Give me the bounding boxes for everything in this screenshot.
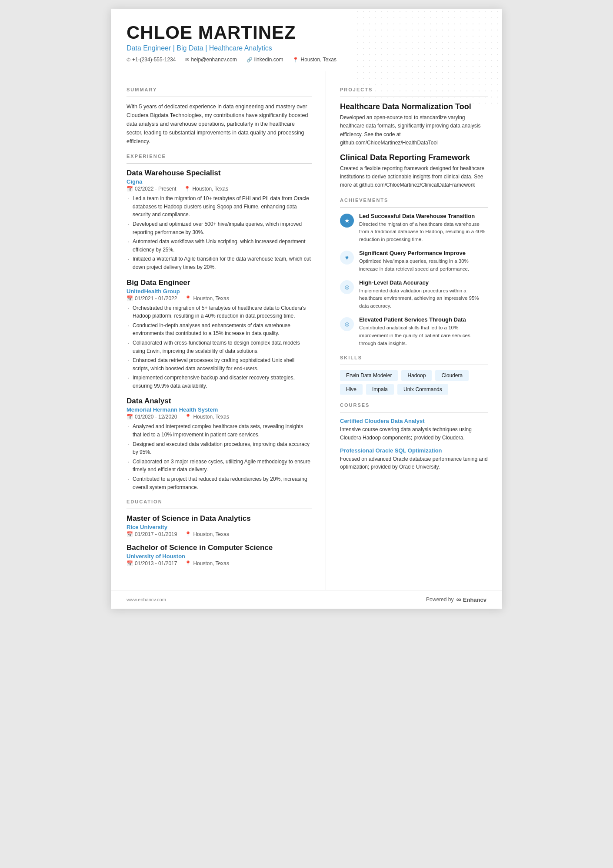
bullet-2-3: Contributed to a project that reduced da… — [127, 475, 312, 491]
bullet-1-0: Orchestrated the migration of 5+ terabyt… — [127, 304, 312, 320]
bullet-0-3: Initiated a Waterfall to Agile transitio… — [127, 255, 312, 271]
skill-3: Hive — [340, 384, 363, 395]
candidate-title: Data Engineer | Big Data | Healthcare An… — [127, 44, 486, 52]
email-icon: ✉ — [185, 57, 189, 63]
cal-icon-edu-0: 📅 — [127, 531, 133, 537]
left-column: SUMMARY With 5 years of dedicated experi… — [111, 71, 326, 590]
bullet-0-0: Led a team in the migration of 10+ terab… — [127, 194, 312, 219]
summary-section: SUMMARY With 5 years of dedicated experi… — [127, 87, 312, 146]
job-block-0: Data Warehouse Specialist Cigna 📅 02/202… — [127, 169, 312, 271]
skill-0: Erwin Data Modeler — [340, 370, 398, 381]
calendar-icon-1: 📅 — [127, 295, 133, 302]
achievement-icon-0: ★ — [340, 214, 354, 228]
location-icon-2: 📍 — [185, 414, 191, 420]
bullet-1-1: Conducted in-depth analyses and enhancem… — [127, 322, 312, 338]
footer: www.enhancv.com Powered by ∞ Enhancv — [111, 590, 502, 609]
job-bullets-2: Analyzed and interpreted complex healthc… — [127, 422, 312, 491]
courses-section: COURSES Certified Cloudera Data Analyst … — [340, 402, 488, 471]
skill-4: Impala — [366, 384, 394, 395]
company-name-2: Memorial Hermann Health System — [127, 406, 312, 413]
job-meta-1: 📅 01/2021 - 01/2022 📍 Houston, Texas — [127, 295, 312, 302]
cal-icon-edu-1: 📅 — [127, 560, 133, 566]
job-location-1: 📍 Houston, Texas — [185, 295, 229, 302]
achievement-desc-2: Implemented data validation procedures w… — [359, 287, 488, 310]
achievement-item-1: ♥ Significant Query Performance Improve … — [340, 250, 488, 273]
course-title-0: Certified Cloudera Data Analyst — [340, 418, 488, 424]
skills-label: SKILLS — [340, 355, 488, 360]
school-1: University of Houston — [127, 553, 312, 560]
calendar-icon-0: 📅 — [127, 186, 133, 192]
achievement-title-0: Led Successful Data Warehouse Transition — [359, 213, 488, 219]
experience-label: EXPERIENCE — [127, 154, 312, 159]
summary-label: SUMMARY — [127, 87, 312, 92]
location-icon: 📍 — [293, 57, 299, 63]
job-location-2: 📍 Houston, Texas — [185, 414, 229, 420]
experience-divider — [127, 163, 312, 164]
courses-label: COURSES — [340, 402, 488, 408]
project-title-0: Healthcare Data Normalization Tool — [340, 102, 488, 111]
bullet-1-4: Implemented comprehensive backup and dis… — [127, 374, 312, 390]
summary-text: With 5 years of dedicated experience in … — [127, 102, 312, 146]
experience-section: EXPERIENCE Data Warehouse Specialist Cig… — [127, 154, 312, 491]
achievement-icon-2: ◎ — [340, 280, 354, 294]
job-bullets-1: Orchestrated the migration of 5+ terabyt… — [127, 304, 312, 390]
phone-value: +1-(234)-555-1234 — [132, 57, 176, 63]
achievement-icon-1: ♥ — [340, 251, 354, 265]
achievement-desc-0: Directed the migration of a healthcare d… — [359, 221, 488, 244]
achievement-item-0: ★ Led Successful Data Warehouse Transiti… — [340, 213, 488, 244]
skill-2: Cloudera — [435, 370, 469, 381]
company-name-0: Cigna — [127, 178, 312, 185]
job-title-1: Big Data Engineer — [127, 278, 312, 287]
summary-divider — [127, 97, 312, 97]
job-title-2: Data Analyst — [127, 397, 312, 406]
job-date-1: 📅 01/2021 - 01/2022 — [127, 295, 177, 302]
achievement-content-1: Significant Query Performance Improve Op… — [359, 250, 488, 273]
project-title-1: Clinical Data Reporting Framework — [340, 153, 488, 162]
location-value: Houston, Texas — [300, 57, 336, 63]
contact-phone: ✆ +1-(234)-555-1234 — [127, 57, 176, 63]
projects-label: PROJECTS — [340, 87, 488, 92]
education-divider — [127, 509, 312, 509]
achievement-icon-3: ◎ — [340, 317, 354, 331]
brand-name: Enhancv — [463, 597, 486, 603]
achievement-item-2: ◎ High-Level Data Accuracy Implemented d… — [340, 279, 488, 310]
edu-block-1: Bachelor of Science in Computer Science … — [127, 543, 312, 566]
company-name-1: UnitedHealth Group — [127, 288, 312, 295]
job-title-0: Data Warehouse Specialist — [127, 169, 312, 178]
edu-date-0: 📅 01/2017 - 01/2019 — [127, 531, 177, 537]
achievement-content-0: Led Successful Data Warehouse Transition… — [359, 213, 488, 244]
degree-0: Master of Science in Data Analytics — [127, 514, 312, 523]
contact-bar: ✆ +1-(234)-555-1234 ✉ help@enhancv.com 🔗… — [127, 57, 486, 63]
bullet-2-2: Collaborated on 3 major release cycles, … — [127, 458, 312, 474]
achievement-content-2: High-Level Data Accuracy Implemented dat… — [359, 279, 488, 310]
header-section: CHLOE MARTINEZ Data Engineer | Big Data … — [111, 9, 502, 71]
school-0: Rice University — [127, 524, 312, 530]
right-column: PROJECTS Healthcare Data Normalization T… — [326, 71, 502, 590]
main-content: SUMMARY With 5 years of dedicated experi… — [111, 71, 502, 590]
email-value: help@enhancv.com — [191, 57, 237, 63]
job-location-0: 📍 Houston, Texas — [184, 186, 228, 192]
job-block-2: Data Analyst Memorial Hermann Health Sys… — [127, 397, 312, 491]
achievements-section: ACHIEVEMENTS ★ Led Successful Data Wareh… — [340, 198, 488, 348]
education-label: EDUCATION — [127, 499, 312, 504]
phone-icon: ✆ — [127, 57, 130, 63]
job-date-2: 📅 01/2020 - 12/2020 — [127, 414, 177, 420]
resume-container: CHLOE MARTINEZ Data Engineer | Big Data … — [111, 9, 502, 609]
achievement-desc-3: Contributed analytical skills that led t… — [359, 324, 488, 347]
enhancv-logo: ∞ Enhancv — [456, 596, 486, 603]
bullet-0-2: Automated data workflows with Unix scrip… — [127, 238, 312, 254]
contact-email: ✉ help@enhancv.com — [185, 57, 237, 63]
course-desc-0: Intensive course covering data analysis … — [340, 426, 488, 442]
achievements-label: ACHIEVEMENTS — [340, 198, 488, 203]
achievement-desc-1: Optimized hive/impala queries, resulting… — [359, 258, 488, 273]
edu-meta-0: 📅 01/2017 - 01/2019 📍 Houston, Texas — [127, 531, 312, 537]
location-icon-1: 📍 — [185, 295, 191, 302]
skill-5: Unix Commands — [397, 384, 448, 395]
course-desc-1: Focused on advanced Oracle database perf… — [340, 455, 488, 471]
job-meta-2: 📅 01/2020 - 12/2020 📍 Houston, Texas — [127, 414, 312, 420]
degree-1: Bachelor of Science in Computer Science — [127, 543, 312, 552]
bullet-1-2: Collaborated with cross-functional teams… — [127, 339, 312, 355]
achievement-item-3: ◎ Elevated Patient Services Through Data… — [340, 316, 488, 347]
edu-date-1: 📅 01/2013 - 01/2017 — [127, 560, 177, 566]
skills-section: SKILLS Erwin Data Modeler Hadoop Clouder… — [340, 355, 488, 395]
